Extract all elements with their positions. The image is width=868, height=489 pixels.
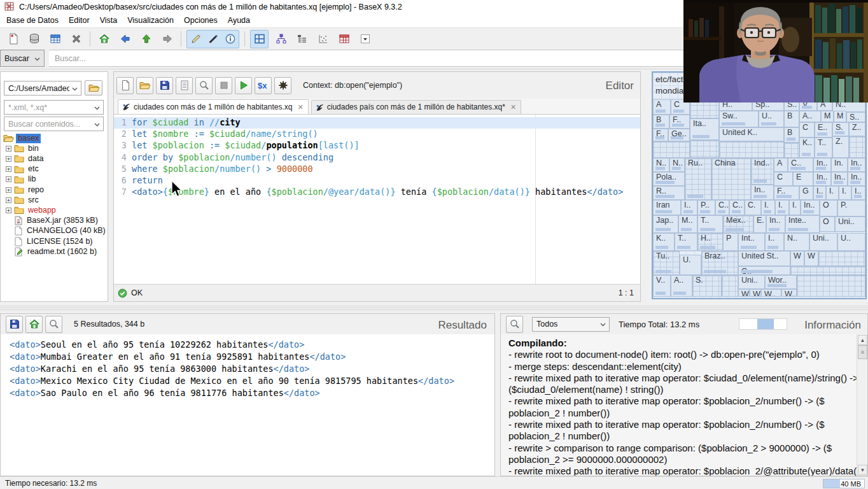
map-cell[interactable] [797, 275, 865, 297]
map-cell-c[interactable]: C.. [788, 158, 813, 172]
open-folder-button[interactable] [136, 77, 153, 94]
code-area[interactable]: 1for $ciudad in //city2let $nombre := $c… [114, 115, 640, 284]
external-vars-button[interactable]: $x [255, 77, 272, 94]
treemap[interactable]: etc/factmondiaACBF..F..Ge..Ita..H..Sp..S… [653, 73, 865, 298]
map-cell[interactable] [849, 136, 865, 158]
map-cell-uni[interactable]: Uni.. [809, 233, 837, 251]
map-cell-in[interactable]: In.. [813, 172, 831, 186]
map-cell-n[interactable]: N.. [653, 158, 669, 172]
map-cell-w[interactable]: W [738, 289, 750, 297]
map-cell[interactable] [818, 251, 865, 266]
map-cell-i[interactable]: I.. [765, 233, 784, 251]
editor-tab-1[interactable]: ciudades con más de 1 millón de habitant… [118, 99, 309, 114]
map-cell-wor[interactable]: Wor.. [765, 275, 797, 289]
map-cell-in[interactable]: In.. [751, 185, 774, 200]
map-cell[interactable] [690, 140, 719, 158]
map-cell-t[interactable]: T.. [675, 233, 697, 251]
map-cell-e[interactable]: E.. [815, 122, 832, 138]
plot-view-button[interactable] [314, 31, 332, 48]
tree-expander[interactable]: + [6, 187, 11, 193]
result-content[interactable]: <dato>Seoul en el año 95 tenía 10229262 … [1, 334, 494, 476]
query-pen-button[interactable] [204, 31, 221, 48]
map-cell-u[interactable]: U. [680, 255, 701, 275]
find-button[interactable] [45, 316, 62, 333]
map-cell-p[interactable]: P.. [697, 200, 715, 215]
tree-expander[interactable]: + [6, 208, 11, 213]
map-cell-ita[interactable]: Ita.. [690, 118, 719, 140]
map-cell-iran[interactable]: Iran [653, 200, 681, 215]
tree-item-data[interactable]: +data [6, 153, 45, 164]
map-cell-o[interactable]: O [820, 200, 837, 216]
map-cell-w[interactable]: W [790, 251, 804, 266]
memory-indicator[interactable]: 40 MB [823, 479, 865, 488]
info-content[interactable]: Compilando:- rewrite root to document-no… [501, 334, 857, 476]
map-cell-a[interactable]: A [653, 99, 671, 115]
packages-button[interactable] [274, 77, 291, 94]
map-cell-ru[interactable]: Ru.. [685, 158, 711, 200]
path-combo[interactable]: C:/Users/Amadeo/D [4, 81, 81, 96]
map-cell-in[interactable]: In.. [848, 172, 865, 186]
map-cell-c[interactable]: C [799, 122, 815, 138]
map-cell[interactable] [784, 143, 799, 158]
map-cell-z[interactable]: Z.. [849, 122, 865, 136]
tree-item-src[interactable]: +src [6, 195, 41, 205]
map-cell-u[interactable]: U.. [759, 111, 784, 127]
find-button[interactable] [195, 77, 213, 94]
map-cell-c[interactable]: C.. [738, 266, 790, 275]
map-cell[interactable] [722, 275, 738, 297]
find-button[interactable] [506, 316, 523, 333]
map-cell-o[interactable]: O [820, 216, 835, 232]
map-cell-b[interactable]: B [784, 111, 799, 127]
menu-item-visualización[interactable]: Visualización [122, 15, 179, 27]
tree-item-license[interactable]: LICENSE (1524 b) [6, 236, 95, 246]
map-cell-w[interactable]: W [804, 251, 818, 266]
map-cell-m[interactable]: M.. [678, 215, 697, 233]
map-cell-t[interactable]: T.. [697, 215, 723, 233]
menu-item-editor[interactable]: Editor [64, 15, 95, 27]
map-cell-tu[interactable]: Tu.. [653, 251, 680, 275]
map-cell-a[interactable]: A [774, 158, 788, 172]
map-cell-c[interactable]: C [774, 172, 793, 186]
map-cell-r[interactable]: R.. [653, 186, 685, 200]
more-views-button[interactable] [356, 31, 374, 48]
tab-close-icon[interactable]: ✕ [298, 103, 304, 111]
database-button[interactable] [25, 31, 43, 48]
tree-item-bin[interactable]: +bin [6, 143, 41, 153]
map-view-panel[interactable]: etc/factmondiaACBF..F..Ge..Ita..H..Sp..S… [652, 71, 867, 299]
map-cell-s[interactable]: S.. [846, 112, 865, 122]
map-cell-f[interactable]: F.. [669, 115, 690, 129]
tree-item-readme.txt[interactable]: readme.txt (1602 b) [6, 246, 99, 257]
map-cell-jap[interactable]: Jap.. [653, 215, 678, 233]
map-cell[interactable] [719, 141, 784, 158]
map-cell-sw[interactable]: Sw.. [719, 111, 759, 127]
tree-view-button[interactable] [272, 31, 290, 48]
map-cell-i[interactable]: I. [761, 200, 775, 215]
map-cell-uni[interactable]: Uni.. [835, 216, 865, 232]
map-cell-f[interactable]: F.. [774, 186, 799, 200]
map-cell-k[interactable]: K.. [799, 138, 815, 158]
map-cell-ge[interactable]: Ge.. [668, 129, 690, 141]
stop-button[interactable] [215, 77, 232, 94]
map-cell-z[interactable]: Z. [832, 136, 849, 158]
tree-item-lib[interactable]: +lib [6, 174, 38, 185]
map-cell-m[interactable]: M [834, 111, 846, 122]
map-cell-b[interactable]: B [653, 115, 669, 129]
map-cell-pola[interactable]: Pola.. [653, 172, 685, 186]
map-cell-p[interactable]: P. [837, 200, 865, 216]
map-cell-m[interactable]: M [821, 111, 834, 122]
map-cell-w[interactable]: W [750, 289, 761, 297]
map-view-button[interactable] [251, 31, 268, 48]
map-cell-in[interactable]: In.. [801, 200, 820, 215]
map-cell[interactable] [653, 141, 690, 158]
map-cell-s[interactable]: S. [692, 275, 722, 297]
info-scrollbar[interactable]: ▲▼≡ [857, 334, 867, 476]
map-cell-i[interactable]: I.. [681, 200, 697, 215]
menu-item-vista[interactable]: Vista [95, 15, 123, 27]
map-cell-b[interactable]: B [784, 127, 799, 143]
info-filter-combo[interactable]: Todos [532, 317, 610, 332]
file-filter-combo[interactable]: *.xml, *.xq* [4, 100, 104, 115]
open-db-button[interactable] [46, 31, 64, 48]
map-cell-w[interactable]: W.. [781, 289, 797, 297]
map-cell-in[interactable]: In.. [766, 215, 785, 233]
map-cell-v[interactable]: V.. [653, 275, 671, 297]
